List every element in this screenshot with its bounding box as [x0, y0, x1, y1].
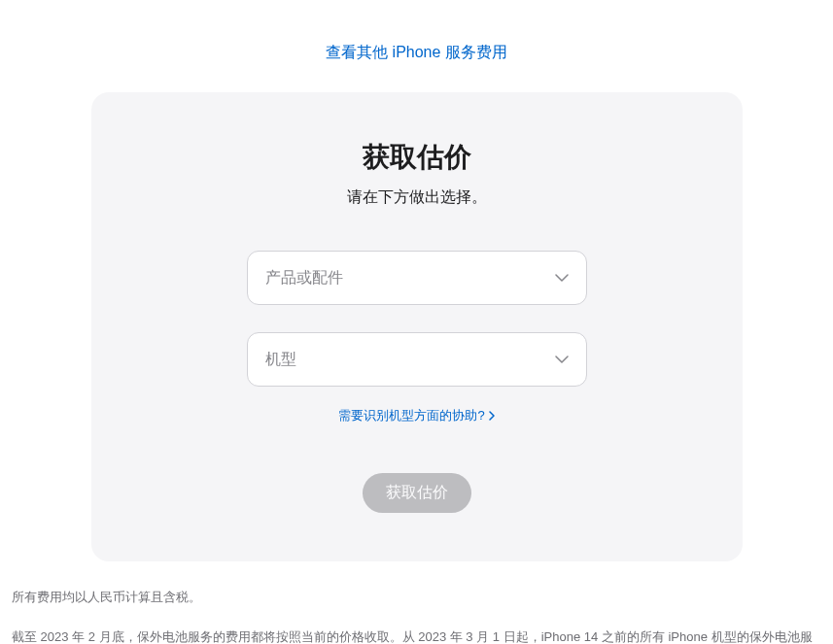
product-select-wrapper[interactable]: 产品或配件	[247, 251, 587, 305]
chevron-down-icon	[555, 274, 569, 282]
model-select-placeholder: 机型	[265, 350, 296, 370]
get-estimate-button[interactable]: 获取估价	[363, 473, 471, 513]
other-service-fee-link[interactable]: 查看其他 iPhone 服务费用	[326, 44, 507, 60]
chevron-right-icon	[489, 409, 495, 424]
help-link-label: 需要识别机型方面的协助?	[338, 407, 484, 424]
model-select[interactable]: 机型	[247, 332, 587, 387]
product-select[interactable]: 产品或配件	[247, 251, 587, 305]
footer-price-notice: 截至 2023 年 2 月底，保外电池服务的费用都将按照当前的价格收取。从 20…	[12, 626, 821, 644]
help-link-wrapper: 需要识别机型方面的协助?	[130, 406, 704, 424]
estimate-card: 获取估价 请在下方做出选择。 产品或配件 机型 需要识别机型方面的协助?	[91, 92, 743, 561]
footer-tax-note: 所有费用均以人民币计算且含税。	[12, 589, 821, 606]
card-subtitle: 请在下方做出选择。	[130, 187, 704, 208]
top-link-wrapper: 查看其他 iPhone 服务费用	[10, 0, 823, 92]
model-select-wrapper[interactable]: 机型	[247, 332, 587, 387]
chevron-down-icon	[555, 356, 569, 363]
footer-text: 所有费用均以人民币计算且含税。 截至 2023 年 2 月底，保外电池服务的费用…	[10, 589, 823, 644]
product-select-placeholder: 产品或配件	[265, 268, 343, 288]
identify-model-help-link[interactable]: 需要识别机型方面的协助?	[338, 407, 494, 424]
card-title: 获取估价	[130, 139, 704, 176]
